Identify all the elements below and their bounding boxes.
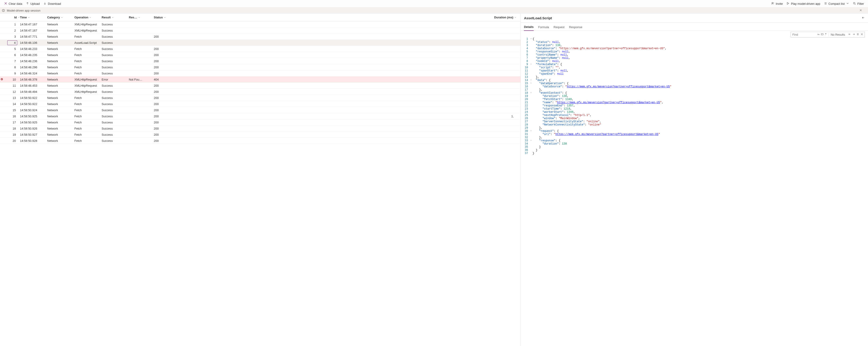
col-duration[interactable]: Duration (ms) [177, 16, 517, 19]
col-category[interactable]: Category [47, 16, 74, 19]
code-line: 35 } [521, 145, 868, 149]
table-row[interactable]: 1014:58:48.378NetworkXMLHttpRequestError… [0, 77, 521, 83]
col-id[interactable]: Id [4, 16, 20, 19]
table-body[interactable]: 114:58:47.167NetworkXMLHttpRequestSucces… [0, 21, 521, 346]
cell-status: 200 [154, 35, 177, 38]
fold-toggle[interactable]: ▾ [529, 79, 532, 81]
fold-toggle[interactable]: ▾ [529, 139, 532, 142]
cell-operation: Fetch [74, 133, 102, 136]
find-input[interactable] [791, 32, 816, 37]
whole-word-icon[interactable] [821, 33, 824, 36]
fold-toggle[interactable]: ▾ [529, 37, 532, 40]
tab-formula[interactable]: Formula [538, 25, 549, 31]
cell-category: Network [47, 84, 74, 87]
table-row[interactable]: 414:58:48.106NetworkAssetLoad.ScriptSucc… [0, 40, 521, 46]
cell-status: 200 [154, 102, 177, 106]
tab-response[interactable]: Response [569, 25, 583, 31]
cell-id: 19 [4, 133, 20, 137]
compact-list-button[interactable]: Compact list [822, 1, 851, 7]
cell-category: Network [47, 53, 74, 57]
col-result[interactable]: Result [102, 16, 129, 19]
table-row[interactable]: 1714:58:50.925NetworkFetchSuccess200 [0, 119, 521, 125]
play-app-button[interactable]: Play model-driven app [784, 1, 822, 7]
session-close-button[interactable] [859, 9, 862, 12]
table-row[interactable]: 1614:58:50.925NetworkFetchSuccess2001, [0, 113, 521, 119]
table-row[interactable]: 1214:58:48.494NetworkXMLHttpRequestSucce… [0, 89, 521, 95]
fold-toggle[interactable]: ▾ [529, 63, 532, 65]
col-time[interactable]: Time [20, 16, 47, 19]
table-row[interactable]: 1514:58:50.924NetworkFetchSuccess200 [0, 107, 521, 113]
cell-result: Success [102, 139, 129, 143]
find-close-button[interactable] [861, 33, 863, 36]
cell-id: 3 [4, 34, 20, 39]
code-line: 11 "spanStart": null, [521, 69, 868, 73]
line-number: 32 [521, 136, 529, 139]
cell-result: Success [102, 59, 129, 63]
cell-operation: XMLHttpRequest [74, 29, 102, 32]
fold-toggle[interactable]: ▾ [529, 82, 532, 84]
list-icon [824, 2, 827, 6]
events-pane: Id Time Category Operation Result Res… S… [0, 13, 521, 346]
upload-button[interactable]: Upload [24, 1, 41, 7]
table-row[interactable]: 1414:58:50.922NetworkFetchSuccess200 [0, 101, 521, 107]
info-icon [2, 9, 5, 12]
table-row[interactable]: 814:58:48.296NetworkFetchSuccess200 [0, 64, 521, 70]
filter-button[interactable]: Filter [851, 1, 866, 7]
line-number: 13 [521, 76, 529, 79]
fold-toggle[interactable]: ▾ [529, 91, 532, 94]
code-line: 2 "status": null, [521, 40, 868, 44]
cell-result: Success [102, 109, 129, 112]
table-row[interactable]: 314:58:47.771NetworkFetchSuccess200 [0, 34, 521, 40]
clear-data-button[interactable]: Clear data [2, 1, 24, 7]
compact-list-label: Compact list [829, 2, 845, 5]
cell-category: Network [47, 90, 74, 93]
regex-icon[interactable] [825, 33, 827, 36]
fold-toggle[interactable]: ▾ [529, 129, 532, 132]
cell-category: Network [47, 59, 74, 63]
expand-pane-button[interactable] [862, 16, 865, 20]
find-next-button[interactable] [852, 33, 855, 36]
match-case-icon[interactable]: Aa [817, 33, 820, 36]
cell-status: 200 [154, 133, 177, 136]
table-row[interactable]: 114:58:47.167NetworkXMLHttpRequestSucces… [0, 21, 521, 27]
col-status[interactable]: Status [154, 16, 177, 19]
line-number: 4 [521, 47, 529, 50]
table-row[interactable]: 214:58:47.167NetworkXMLHttpRequestSucces… [0, 27, 521, 34]
col-response[interactable]: Res… [129, 16, 154, 19]
cell-time: 14:58:48.235 [20, 53, 47, 57]
cell-result: Success [102, 35, 129, 38]
tab-request[interactable]: Request [554, 25, 564, 31]
code-line: 33▾ "response": { [521, 139, 868, 142]
code-line: 31 "url": "https://mem.gfx.ms/meversion?… [521, 133, 868, 136]
line-number: 19 [521, 95, 529, 98]
code-line: 29 }, [521, 126, 868, 129]
table-row[interactable]: 714:58:48.236NetworkFetchSuccess200 [0, 58, 521, 64]
code-line: 9▾ "formulaData": { [521, 63, 868, 66]
line-number: 27 [521, 120, 529, 123]
table-row[interactable]: 1914:58:50.927NetworkFetchSuccess200 [0, 132, 521, 138]
cell-operation: XMLHttpRequest [74, 23, 102, 26]
tab-details[interactable]: Details [524, 25, 534, 31]
table-row[interactable]: 614:58:48.235NetworkFetchSuccess200 [0, 52, 521, 58]
cell-id: 15 [4, 108, 20, 112]
cell-category: Network [47, 121, 74, 124]
table-row[interactable]: 1114:58:48.453NetworkXMLHttpRequestSucce… [0, 83, 521, 89]
download-button[interactable]: Download [41, 1, 63, 7]
table-row[interactable]: 1814:58:50.926NetworkFetchSuccess200 [0, 125, 521, 132]
cell-status: 200 [154, 96, 177, 99]
cell-time: 14:58:50.927 [20, 133, 47, 136]
invite-button[interactable]: Invite [769, 1, 784, 7]
table-row[interactable]: 514:58:48.233NetworkFetchSuccess200 [0, 46, 521, 52]
find-prev-button[interactable] [848, 33, 851, 36]
table-row[interactable]: 1314:58:50.922NetworkFetchSuccess200 [0, 95, 521, 101]
table-row[interactable]: 2014:58:50.928NetworkFetchSuccess200 [0, 138, 521, 144]
code-line: 22 "responseEnd": 1357, [521, 104, 868, 107]
code-line: 1▾{ [521, 37, 868, 40]
line-number: 5 [521, 50, 529, 53]
cell-operation: Fetch [74, 35, 102, 38]
find-in-selection-button[interactable] [857, 33, 859, 36]
table-row[interactable]: 914:58:48.324NetworkFetchSuccess200 [0, 70, 521, 77]
cell-id: 11 [4, 84, 20, 88]
json-viewer[interactable]: 1▾{2 "status": null,3 "duration": 138,4 … [521, 37, 868, 346]
col-operation[interactable]: Operation [74, 16, 102, 19]
